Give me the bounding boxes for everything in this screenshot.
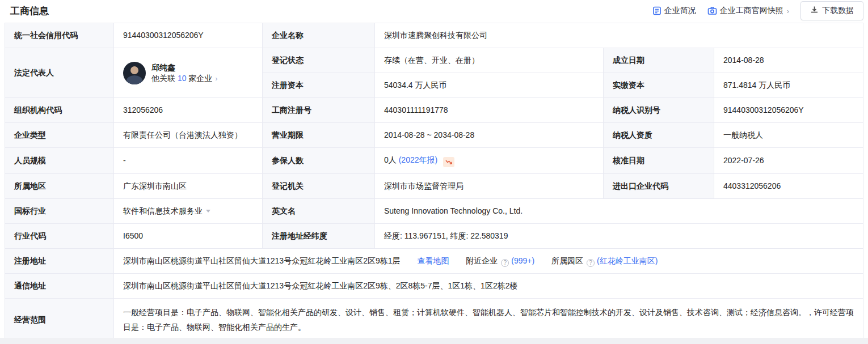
reg-authority-value: 深圳市市场监督管理局	[375, 174, 604, 199]
insured-count-value: 0人	[384, 155, 397, 164]
reg-coordinates-label: 注册地址经纬度	[263, 224, 375, 249]
business-scope-value: 一般经营项目是：电子产品、物联网、智能化相关产品的研发、设计、销售、租赁；计算机…	[114, 299, 863, 341]
chevron-right-icon: ›	[215, 74, 217, 83]
org-code-label: 组织机构代码	[5, 98, 114, 123]
industry-code-label: 行业代码	[5, 224, 114, 249]
industry-code-value: I6500	[114, 224, 263, 249]
org-code-value: 312056206	[114, 98, 263, 123]
reg-number-value: 440301111191778	[375, 98, 604, 123]
table-row: 注册地址 深圳市南山区桃源街道平山社区留仙大道1213号众冠红花岭工业南区2区9…	[5, 249, 863, 274]
table-row: 国标行业 软件和信息技术服务业 英文名 Suteng Innovation Te…	[5, 199, 863, 224]
reg-address-label: 注册地址	[5, 249, 114, 274]
legal-rep-label: 法定代表人	[5, 48, 114, 98]
chevron-down-icon[interactable]	[206, 210, 210, 213]
document-icon	[652, 6, 661, 15]
business-info-table-wrap: 统一社会信用代码 91440300312056206Y 企业名称 深圳市速腾聚创…	[0, 23, 868, 341]
approval-date-value: 2022-07-26	[714, 148, 863, 174]
reg-number-label: 工商注册号	[263, 98, 375, 123]
reg-status-label: 登记状态	[263, 48, 375, 73]
nearby-companies-link[interactable]: (999+)	[511, 256, 534, 265]
business-term-value: 2014-08-28 ~ 2034-08-28	[375, 123, 604, 148]
region-value: 广东深圳市南山区	[114, 174, 263, 199]
camera-icon	[707, 6, 717, 15]
approval-date-label: 核准日期	[604, 148, 714, 174]
related-count-link[interactable]: 10	[178, 74, 187, 83]
official-snapshot-link[interactable]: 企业工商官网快照 ›	[707, 6, 789, 16]
legal-rep-avatar[interactable]	[123, 62, 146, 84]
table-row: 所属地区 广东深圳市南山区 登记机关 深圳市市场监督管理局 进出口企业代码 44…	[5, 174, 863, 199]
import-export-code-value: 4403312056206	[714, 174, 863, 199]
taxpayer-quality-label: 纳税人资质	[604, 123, 714, 148]
staff-size-value: -	[114, 148, 263, 174]
annual-report-link[interactable]: (2022年报)	[399, 155, 437, 164]
download-data-button[interactable]: 下载数据	[800, 1, 863, 20]
page-title: 工商信息	[10, 5, 49, 18]
business-info-table: 统一社会信用代码 91440300312056206Y 企业名称 深圳市速腾聚创…	[5, 23, 863, 341]
legal-rep-name[interactable]: 邱纯鑫	[151, 62, 218, 73]
download-data-label: 下载数据	[822, 6, 854, 16]
table-row: 企业类型 有限责任公司（台港澳法人独资） 营业期限 2014-08-28 ~ 2…	[5, 123, 863, 148]
related-prefix: 他关联	[151, 74, 175, 83]
table-row: 人员规模 - 参保人数 0人 (2022年报) 核准日期 2022-07-26	[5, 148, 863, 174]
table-row: 统一社会信用代码 91440300312056206Y 企业名称 深圳市速腾聚创…	[5, 23, 863, 48]
table-row: 行业代码 I6500 注册地址经纬度 经度: 113.967151, 纬度: 2…	[5, 224, 863, 249]
reg-capital-value: 54034.4 万人民币	[375, 73, 604, 98]
company-name-label: 企业名称	[263, 23, 375, 48]
company-type-value: 有限责任公司（台港澳法人独资）	[114, 123, 263, 148]
legal-rep-cell: 邱纯鑫 他关联 10 家企业 ›	[114, 48, 263, 98]
company-type-label: 企业类型	[5, 123, 114, 148]
staff-size-label: 人员规模	[5, 148, 114, 174]
declining-chart-icon[interactable]	[443, 157, 454, 167]
legal-rep-related[interactable]: 他关联 10 家企业 ›	[151, 73, 218, 84]
reg-address-value: 深圳市南山区桃源街道平山社区留仙大道1213号众冠红花岭工业南区2区9栋1层	[123, 256, 401, 265]
insured-count-cell: 0人 (2022年报)	[375, 148, 604, 174]
reg-address-cell: 深圳市南山区桃源街道平山社区留仙大道1213号众冠红花岭工业南区2区9栋1层 查…	[114, 249, 863, 274]
business-scope-label: 经营范围	[5, 299, 114, 341]
header-actions: 企业简况 企业工商官网快照 › 下载数据	[652, 1, 863, 20]
establish-date-value: 2014-08-28	[714, 48, 863, 73]
paid-capital-label: 实缴资本	[604, 73, 714, 98]
establish-date-label: 成立日期	[604, 48, 714, 73]
table-row: 通信地址 深圳市南山区桃源街道平山社区留仙大道1213号众冠红花岭工业南区2区9…	[5, 274, 863, 299]
help-icon[interactable]: ?	[587, 259, 595, 267]
table-row: 法定代表人 邱纯鑫 他关联 10 家企业 › 登记状态 存续（在营、开业、在册）…	[5, 48, 863, 73]
table-row: 经营范围 一般经营项目是：电子产品、物联网、智能化相关产品的研发、设计、销售、租…	[5, 299, 863, 341]
view-map-link[interactable]: 查看地图	[417, 256, 449, 265]
credit-code-label: 统一社会信用代码	[5, 23, 114, 48]
company-name-value: 深圳市速腾聚创科技有限公司	[375, 23, 863, 48]
section-header: 工商信息 企业简况 企业工商官网快照 › 下载数据	[0, 0, 868, 23]
company-profile-label: 企业简况	[664, 6, 696, 16]
taxpayer-quality-value: 一般纳税人	[714, 123, 863, 148]
related-suffix: 家企业	[188, 74, 212, 83]
reg-authority-label: 登记机关	[263, 174, 375, 199]
english-name-label: 英文名	[263, 199, 375, 224]
mail-address-value: 深圳市南山区桃源街道平山社区留仙大道1213号众冠红花岭工业南区2区9栋、2区8…	[114, 274, 863, 299]
taxpayer-id-label: 纳税人识别号	[604, 98, 714, 123]
reg-coordinates-value: 经度: 113.967151, 纬度: 22.580319	[375, 224, 863, 249]
chevron-right-icon: ›	[787, 7, 789, 15]
nearby-companies-label: 附近企业	[466, 256, 498, 265]
industry-label: 国标行业	[5, 199, 114, 224]
insured-count-label: 参保人数	[263, 148, 375, 174]
page-background-strip	[0, 338, 868, 344]
table-row: 组织机构代码 312056206 工商注册号 440301111191778 纳…	[5, 98, 863, 123]
industry-cell: 软件和信息技术服务业	[114, 199, 263, 224]
paid-capital-value: 871.4814 万人民币	[714, 73, 863, 98]
official-snapshot-label: 企业工商官网快照	[720, 6, 783, 16]
help-icon[interactable]: ?	[501, 259, 509, 267]
reg-capital-label: 注册资本	[263, 73, 375, 98]
company-profile-link[interactable]: 企业简况	[652, 6, 696, 16]
taxpayer-id-value: 91440300312056206Y	[714, 98, 863, 123]
credit-code-value: 91440300312056206Y	[114, 23, 263, 48]
industry-value: 软件和信息技术服务业	[123, 206, 203, 215]
download-icon	[810, 6, 819, 16]
reg-status-value: 存续（在营、开业、在册）	[375, 48, 604, 73]
import-export-code-label: 进出口企业代码	[604, 174, 714, 199]
region-label: 所属地区	[5, 174, 114, 199]
park-label: 所属园区	[551, 256, 583, 265]
park-link[interactable]: (红花岭工业南区)	[597, 256, 658, 265]
business-term-label: 营业期限	[263, 123, 375, 148]
english-name-value: Suteng Innovation Technology Co., Ltd.	[375, 199, 863, 224]
mail-address-label: 通信地址	[5, 274, 114, 299]
